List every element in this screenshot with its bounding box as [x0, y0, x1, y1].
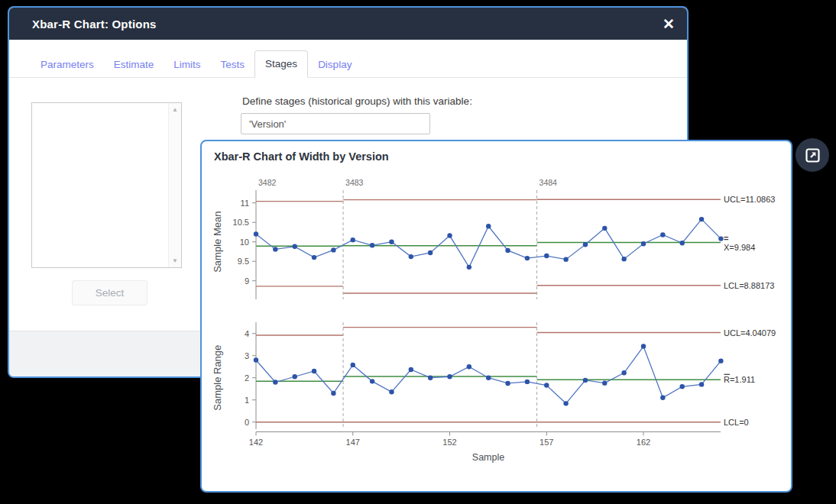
data-point[interactable]: [312, 255, 316, 260]
center-label: R=1.911: [724, 375, 755, 384]
data-point[interactable]: [467, 265, 471, 270]
y-axis-title: Sample Range: [212, 345, 223, 411]
data-point[interactable]: [699, 382, 704, 386]
data-point[interactable]: [312, 369, 316, 373]
x-axis-title: Sample: [472, 452, 504, 463]
lcl-label: LCL=8.88173: [724, 281, 774, 290]
data-point[interactable]: [389, 389, 394, 394]
chart-window: Xbar-R Chart of Width by Version 99.5101…: [200, 140, 792, 493]
y-tick-label: 11: [241, 199, 249, 208]
data-point[interactable]: [525, 380, 530, 384]
data-point[interactable]: [447, 233, 452, 237]
data-point[interactable]: [370, 379, 374, 383]
data-point[interactable]: [370, 243, 374, 247]
ucl-label: UCL=4.04079: [724, 328, 776, 338]
data-point[interactable]: [544, 383, 549, 387]
xbar-chart: 99.51010.511Sample Mean348234833484UCL=1…: [212, 178, 775, 299]
data-point[interactable]: [583, 378, 588, 383]
data-point[interactable]: [718, 358, 723, 363]
ucl-label: UCL=11.0863: [724, 195, 775, 204]
y-axis-title: Sample Mean: [212, 212, 223, 273]
center-label: X=9.984: [724, 243, 755, 252]
data-point[interactable]: [544, 254, 549, 258]
x-tick-label: 162: [637, 438, 650, 447]
stage-label: 3482: [258, 178, 277, 187]
data-point[interactable]: [273, 247, 277, 251]
data-point[interactable]: [660, 396, 665, 400]
y-tick-label: 9.5: [238, 257, 249, 266]
data-point[interactable]: [331, 391, 335, 396]
close-icon[interactable]: ✕: [663, 17, 675, 31]
data-point[interactable]: [447, 374, 452, 379]
center-label-doublebar: =: [724, 234, 728, 243]
y-tick-label: 9: [245, 276, 249, 286]
y-tick-label: 10.5: [233, 218, 249, 227]
open-in-new-icon: [805, 147, 821, 163]
tab-display[interactable]: Display: [308, 52, 361, 78]
data-point[interactable]: [641, 241, 646, 246]
data-point[interactable]: [254, 231, 258, 236]
y-tick-label: 1: [245, 396, 249, 405]
tab-parameters[interactable]: Parameters: [31, 52, 104, 78]
data-point[interactable]: [621, 257, 626, 261]
tab-stages[interactable]: Stages: [254, 50, 308, 78]
select-button[interactable]: Select: [72, 280, 147, 305]
data-point[interactable]: [331, 247, 335, 252]
dialog-title: Xbar-R Chart: Options: [32, 18, 157, 31]
data-point[interactable]: [293, 374, 297, 379]
data-point[interactable]: [602, 380, 607, 385]
data-point[interactable]: [699, 217, 704, 221]
tab-strip: ParametersEstimateLimitsTestsStagesDispl…: [9, 40, 687, 78]
data-point[interactable]: [563, 401, 568, 405]
stage-label: 3483: [345, 178, 364, 187]
data-point[interactable]: [505, 248, 510, 253]
data-point[interactable]: [563, 257, 568, 261]
tab-limits[interactable]: Limits: [164, 52, 210, 78]
data-point[interactable]: [351, 363, 355, 367]
data-point[interactable]: [718, 236, 723, 241]
y-tick-label: 10: [240, 237, 249, 247]
stage-variable-input[interactable]: [241, 113, 430, 134]
data-point[interactable]: [680, 384, 685, 389]
r-chart: 01234Sample RangeUCL=4.04079R=1.911LCL=0…: [212, 322, 776, 463]
data-point[interactable]: [680, 241, 685, 245]
x-tick-label: 142: [249, 438, 263, 447]
y-tick-label: 3: [245, 351, 249, 360]
open-in-new-window-button[interactable]: [795, 138, 829, 172]
define-stages-label: Define stages (historical groups) with t…: [242, 95, 472, 107]
tab-tests[interactable]: Tests: [211, 52, 255, 78]
data-point[interactable]: [273, 380, 277, 384]
data-point[interactable]: [293, 244, 297, 249]
data-point[interactable]: [583, 242, 588, 247]
data-point[interactable]: [641, 344, 646, 348]
data-point[interactable]: [389, 240, 394, 244]
data-point[interactable]: [428, 250, 433, 255]
y-tick-label: 2: [245, 373, 249, 383]
x-tick-label: 147: [346, 438, 360, 447]
data-point[interactable]: [602, 226, 607, 231]
data-point[interactable]: [428, 376, 433, 380]
listbox-scrollbar[interactable]: ▲ ▼: [168, 103, 181, 267]
variable-listbox[interactable]: ▲ ▼: [31, 102, 182, 268]
data-point[interactable]: [505, 381, 510, 386]
stage-label: 3484: [540, 178, 558, 187]
scroll-down-icon[interactable]: ▼: [169, 257, 181, 264]
data-point[interactable]: [409, 254, 413, 259]
data-point[interactable]: [351, 237, 355, 242]
tab-estimate[interactable]: Estimate: [104, 52, 164, 78]
data-point[interactable]: [254, 357, 258, 362]
data-point[interactable]: [486, 224, 491, 228]
x-tick-label: 152: [442, 438, 456, 447]
y-tick-label: 0: [245, 418, 249, 427]
y-tick-label: 4: [245, 329, 249, 338]
data-point[interactable]: [486, 376, 491, 380]
scroll-up-icon[interactable]: ▲: [169, 106, 181, 113]
data-point[interactable]: [660, 232, 665, 237]
control-charts-svg: 99.51010.511Sample Mean348234833484UCL=1…: [202, 141, 791, 481]
data-point[interactable]: [621, 370, 626, 375]
data-point[interactable]: [467, 364, 471, 369]
dialog-titlebar: Xbar-R Chart: Options ✕: [9, 8, 687, 40]
lcl-label: LCL=0: [724, 418, 749, 427]
data-point[interactable]: [409, 367, 413, 372]
data-point[interactable]: [525, 256, 530, 260]
